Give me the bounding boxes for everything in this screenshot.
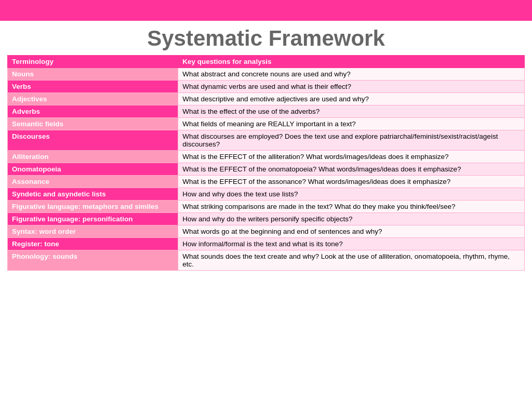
table-row: AdverbsWhat is the effect of the use of …: [8, 105, 525, 118]
table-row: Phonology: soundsWhat sounds does the te…: [8, 250, 525, 271]
key-cell: What dynamic verbs are used and what is …: [178, 81, 525, 93]
table-row: VerbsWhat dynamic verbs are used and wha…: [8, 81, 525, 93]
key-cell: What words go at the beginning and end o…: [178, 225, 525, 238]
header-terminology: Terminology: [8, 56, 178, 68]
key-cell: What is the EFFECT of the alliteration? …: [178, 151, 525, 163]
table-header-row: Terminology Key questions for analysis: [8, 56, 525, 68]
table-row: AdjectivesWhat descriptive and emotive a…: [8, 93, 525, 105]
term-cell: Syndetic and asyndetic lists: [8, 188, 178, 201]
key-cell: What striking comparisons are made in th…: [178, 201, 525, 213]
term-cell: Alliteration: [8, 151, 178, 163]
table-row: Syndetic and asyndetic listsHow and why …: [8, 188, 525, 201]
table-row: Register: toneHow informal/formal is the…: [8, 238, 525, 250]
term-cell: Assonance: [8, 176, 178, 188]
key-cell: What sounds does the text create and why…: [178, 250, 525, 271]
key-cell: What is the EFFECT of the onomatopoeia? …: [178, 163, 525, 176]
table-container: Terminology Key questions for analysis N…: [0, 55, 532, 271]
term-cell: Onomatopoeia: [8, 163, 178, 176]
key-cell: How and why do the writers personify spe…: [178, 213, 525, 225]
framework-table: Terminology Key questions for analysis N…: [7, 55, 525, 271]
page-title: Systematic Framework: [0, 21, 532, 55]
table-row: Figurative language: personificationHow …: [8, 213, 525, 225]
table-row: OnomatopoeiaWhat is the EFFECT of the on…: [8, 163, 525, 176]
term-cell: Adverbs: [8, 105, 178, 118]
key-cell: How informal/formal is the text and what…: [178, 238, 525, 250]
key-cell: What fields of meaning are REALLY import…: [178, 118, 525, 130]
term-cell: Nouns: [8, 68, 178, 81]
key-cell: What is the EFFECT of the assonance? Wha…: [178, 176, 525, 188]
header-key-questions: Key questions for analysis: [178, 56, 525, 68]
term-cell: Register: tone: [8, 238, 178, 250]
table-row: AssonanceWhat is the EFFECT of the asson…: [8, 176, 525, 188]
table-row: AlliterationWhat is the EFFECT of the al…: [8, 151, 525, 163]
term-cell: Figurative language: personification: [8, 213, 178, 225]
key-cell: What discourses are employed? Does the t…: [178, 130, 525, 151]
term-cell: Syntax: word order: [8, 225, 178, 238]
table-row: NounsWhat abstract and concrete nouns ar…: [8, 68, 525, 81]
key-cell: What descriptive and emotive adjectives …: [178, 93, 525, 105]
key-cell: How and why does the text use lists?: [178, 188, 525, 201]
term-cell: Adjectives: [8, 93, 178, 105]
term-cell: Phonology: sounds: [8, 250, 178, 271]
table-row: Semantic fieldsWhat fields of meaning ar…: [8, 118, 525, 130]
top-bar: [0, 0, 532, 21]
term-cell: Discourses: [8, 130, 178, 151]
key-cell: What abstract and concrete nouns are use…: [178, 68, 525, 81]
term-cell: Verbs: [8, 81, 178, 93]
table-row: Syntax: word orderWhat words go at the b…: [8, 225, 525, 238]
term-cell: Figurative language: metaphors and simil…: [8, 201, 178, 213]
table-row: Figurative language: metaphors and simil…: [8, 201, 525, 213]
key-cell: What is the effect of the use of the adv…: [178, 105, 525, 118]
table-row: DiscoursesWhat discourses are employed? …: [8, 130, 525, 151]
term-cell: Semantic fields: [8, 118, 178, 130]
